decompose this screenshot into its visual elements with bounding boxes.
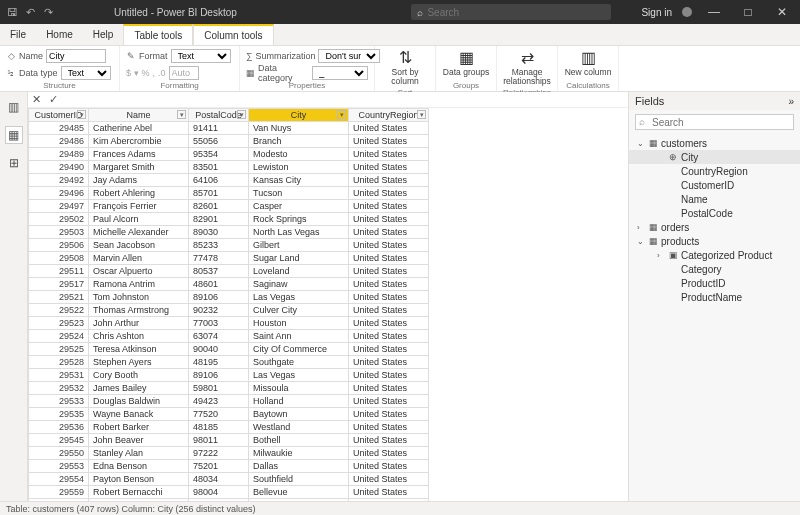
- filter-drop-icon[interactable]: ▾: [237, 110, 246, 119]
- cell[interactable]: Dallas: [249, 460, 349, 473]
- cell[interactable]: 63074: [189, 330, 249, 343]
- cell[interactable]: 29486: [29, 135, 89, 148]
- filter-drop-icon[interactable]: ▾: [177, 110, 186, 119]
- table-row[interactable]: 29560Matthias Berndt92025EscondidoUnited…: [29, 499, 429, 502]
- fields-column[interactable]: CustomerID: [629, 178, 800, 192]
- cell[interactable]: Southfield: [249, 473, 349, 486]
- cell[interactable]: Lewiston: [249, 161, 349, 174]
- cell[interactable]: Sugar Land: [249, 252, 349, 265]
- table-row[interactable]: 29559Robert Bernacchi98004BellevueUnited…: [29, 486, 429, 499]
- cell[interactable]: Douglas Baldwin: [89, 395, 189, 408]
- table-row[interactable]: 29497François Ferrier82601CasperUnited S…: [29, 200, 429, 213]
- menu-table-tools[interactable]: Table tools: [123, 24, 193, 45]
- cell[interactable]: 29521: [29, 291, 89, 304]
- cell[interactable]: 29533: [29, 395, 89, 408]
- table-row[interactable]: 29528Stephen Ayers48195SouthgateUnited S…: [29, 356, 429, 369]
- cell[interactable]: 29492: [29, 174, 89, 187]
- cell[interactable]: 49423: [189, 395, 249, 408]
- cell[interactable]: Las Vegas: [249, 369, 349, 382]
- datacategory-select[interactable]: ⎯: [312, 66, 368, 80]
- cell[interactable]: 48034: [189, 473, 249, 486]
- cell[interactable]: United States: [349, 304, 429, 317]
- cell[interactable]: United States: [349, 408, 429, 421]
- cell[interactable]: 29532: [29, 382, 89, 395]
- cell[interactable]: John Arthur: [89, 317, 189, 330]
- cell[interactable]: United States: [349, 226, 429, 239]
- cell[interactable]: Bellevue: [249, 486, 349, 499]
- report-view-icon[interactable]: ▥: [5, 98, 23, 116]
- fields-table[interactable]: ›▦orders: [629, 220, 800, 234]
- cell[interactable]: Westland: [249, 421, 349, 434]
- cell[interactable]: United States: [349, 486, 429, 499]
- table-row[interactable]: 29517Ramona Antrim48601SaginawUnited Sta…: [29, 278, 429, 291]
- sign-in[interactable]: Sign in: [641, 7, 672, 18]
- table-row[interactable]: 29550Stanley Alan97222MilwaukieUnited St…: [29, 447, 429, 460]
- table-row[interactable]: 29511Oscar Alpuerto80537LovelandUnited S…: [29, 265, 429, 278]
- cell[interactable]: Milwaukie: [249, 447, 349, 460]
- cell[interactable]: Las Vegas: [249, 291, 349, 304]
- filter-drop-icon[interactable]: ▾: [417, 110, 426, 119]
- fields-column[interactable]: ProductID: [629, 276, 800, 290]
- cell[interactable]: Teresa Atkinson: [89, 343, 189, 356]
- cancel-icon[interactable]: ✕: [32, 93, 41, 106]
- cell[interactable]: 29553: [29, 460, 89, 473]
- cell[interactable]: Stephen Ayers: [89, 356, 189, 369]
- table-row[interactable]: 29553Edna Benson75201DallasUnited States: [29, 460, 429, 473]
- cell[interactable]: United States: [349, 369, 429, 382]
- cell[interactable]: Thomas Armstrong: [89, 304, 189, 317]
- cell[interactable]: Bothell: [249, 434, 349, 447]
- close-button[interactable]: ✕: [770, 5, 794, 19]
- cell[interactable]: Houston: [249, 317, 349, 330]
- cell[interactable]: United States: [349, 278, 429, 291]
- column-header[interactable]: Name▾: [89, 109, 189, 122]
- cell[interactable]: United States: [349, 187, 429, 200]
- cell[interactable]: United States: [349, 382, 429, 395]
- cell[interactable]: United States: [349, 161, 429, 174]
- new-column-button[interactable]: ▥New column: [564, 48, 612, 79]
- cell[interactable]: Branch: [249, 135, 349, 148]
- cell[interactable]: United States: [349, 460, 429, 473]
- table-row[interactable]: 29545John Beaver98011BothellUnited State…: [29, 434, 429, 447]
- cell[interactable]: 89106: [189, 369, 249, 382]
- table-row[interactable]: 29489Frances Adams95354ModestoUnited Sta…: [29, 148, 429, 161]
- table-row[interactable]: 29521Tom Johnston89106Las VegasUnited St…: [29, 291, 429, 304]
- chevron-icon[interactable]: ⌄: [637, 237, 645, 246]
- cell[interactable]: Paul Alcorn: [89, 213, 189, 226]
- cell[interactable]: Chris Ashton: [89, 330, 189, 343]
- cell[interactable]: 29489: [29, 148, 89, 161]
- fields-column[interactable]: ›▣Categorized Product: [629, 248, 800, 262]
- cell[interactable]: 29502: [29, 213, 89, 226]
- cell[interactable]: 29511: [29, 265, 89, 278]
- fields-column[interactable]: Name: [629, 192, 800, 206]
- cell[interactable]: Tom Johnston: [89, 291, 189, 304]
- cell[interactable]: 98011: [189, 434, 249, 447]
- minimize-button[interactable]: —: [702, 5, 726, 19]
- undo-icon[interactable]: ↶: [24, 6, 36, 18]
- cell[interactable]: 90040: [189, 343, 249, 356]
- cell[interactable]: Robert Ahlering: [89, 187, 189, 200]
- cell[interactable]: 48601: [189, 278, 249, 291]
- table-row[interactable]: 29506Sean Jacobson85233GilbertUnited Sta…: [29, 239, 429, 252]
- cell[interactable]: United States: [349, 148, 429, 161]
- cell[interactable]: United States: [349, 174, 429, 187]
- cell[interactable]: 82901: [189, 213, 249, 226]
- cell[interactable]: 91411: [189, 122, 249, 135]
- cell[interactable]: 90232: [189, 304, 249, 317]
- cell[interactable]: 83501: [189, 161, 249, 174]
- cell[interactable]: Matthias Berndt: [89, 499, 189, 502]
- cell[interactable]: Oscar Alpuerto: [89, 265, 189, 278]
- cell[interactable]: 82601: [189, 200, 249, 213]
- cell[interactable]: Ramona Antrim: [89, 278, 189, 291]
- table-row[interactable]: 29522Thomas Armstrong90232Culver CityUni…: [29, 304, 429, 317]
- cell[interactable]: 95354: [189, 148, 249, 161]
- cell[interactable]: 29506: [29, 239, 89, 252]
- fields-search-input[interactable]: [635, 114, 794, 130]
- cell[interactable]: 80537: [189, 265, 249, 278]
- cell[interactable]: 55056: [189, 135, 249, 148]
- model-view-icon[interactable]: ⊞: [5, 154, 23, 172]
- cell[interactable]: United States: [349, 252, 429, 265]
- menu-file[interactable]: File: [0, 24, 36, 45]
- save-icon[interactable]: 🖫: [6, 6, 18, 18]
- cell[interactable]: United States: [349, 265, 429, 278]
- cell[interactable]: Casper: [249, 200, 349, 213]
